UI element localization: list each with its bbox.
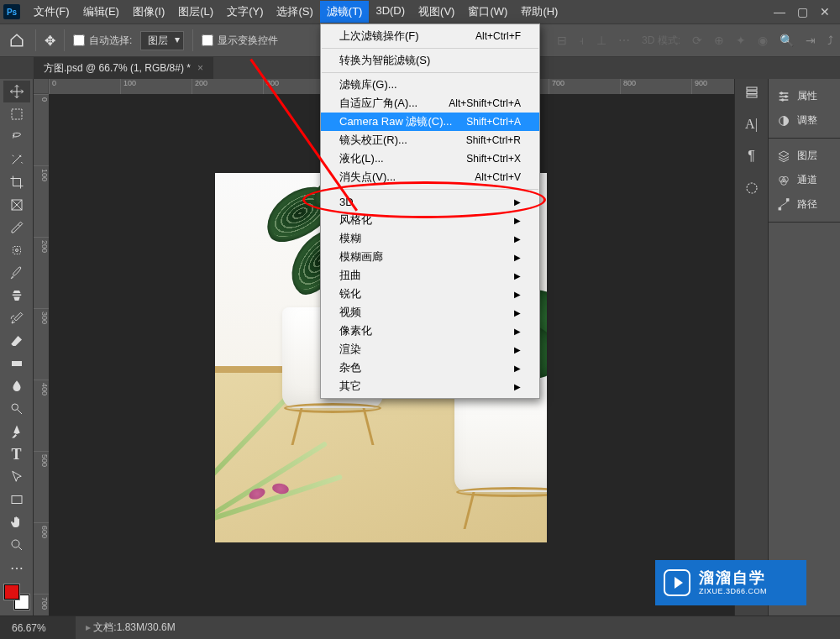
edit-toolbar[interactable]: ⋯ [3, 557, 30, 579]
align-icon[interactable]: ⫞ [579, 34, 585, 47]
window-controls: — ▢ ✕ [774, 5, 837, 18]
frame-tool[interactable] [3, 194, 30, 216]
menu-item-上次滤镜操作(F)[interactable]: 上次滤镜操作(F)Alt+Ctrl+F [321, 27, 539, 45]
menu-item-其它[interactable]: 其它▶ [321, 377, 539, 395]
menu-选择(S)[interactable]: 选择(S) [270, 1, 319, 23]
foreground-swatch[interactable] [4, 584, 19, 600]
search-icon[interactable]: 🔍 [780, 34, 794, 47]
menu-item-3D[interactable]: 3D▶ [321, 192, 539, 211]
auto-select-input[interactable] [73, 34, 85, 46]
document-info[interactable]: 文档:1.83M/30.6M [76, 621, 176, 635]
paragraph-panel-icon[interactable]: ¶ [743, 148, 760, 165]
share-icon[interactable]: ⤴ [827, 34, 833, 47]
menu-item-模糊画廊[interactable]: 模糊画廊▶ [321, 248, 539, 266]
separator [192, 29, 193, 51]
show-transform-input[interactable] [202, 34, 213, 46]
ruler-mark: 200 [192, 79, 263, 94]
auto-select-checkbox[interactable]: 自动选择: [73, 34, 132, 48]
menu-item-像素化[interactable]: 像素化▶ [321, 322, 539, 340]
menu-文字(Y)[interactable]: 文字(Y) [220, 1, 270, 23]
document-tab[interactable]: 方图.psd @ 66.7% (1, RGB/8#) * × [34, 57, 213, 79]
hand-tool[interactable] [3, 511, 30, 533]
menu-item-镜头校正(R)...[interactable]: 镜头校正(R)...Shift+Ctrl+R [321, 131, 539, 149]
color-swatches[interactable] [4, 584, 29, 610]
dodge-tool[interactable] [3, 398, 30, 420]
maximize-button[interactable]: ▢ [797, 5, 808, 18]
menu-item-视频[interactable]: 视频▶ [321, 303, 539, 322]
submenu-arrow-icon: ▶ [514, 253, 521, 262]
menu-item-风格化[interactable]: 风格化▶ [321, 211, 539, 229]
layer-dropdown[interactable]: 图层 [140, 31, 184, 50]
align-icon[interactable]: ⊟ [557, 34, 567, 47]
type-tool[interactable]: T [3, 443, 30, 465]
zoom-level[interactable]: 66.67% [0, 616, 76, 639]
menu-帮助(H)[interactable]: 帮助(H) [514, 1, 564, 23]
show-transform-checkbox[interactable]: 显示变换控件 [202, 34, 278, 48]
menu-item-label: 杂色 [339, 360, 361, 375]
panel-属性[interactable]: 属性 [769, 84, 840, 108]
menu-item-锐化[interactable]: 锐化▶ [321, 285, 539, 303]
crop-tool[interactable] [3, 171, 30, 193]
menu-编辑(E)[interactable]: 编辑(E) [76, 1, 126, 23]
pen-tool[interactable] [3, 421, 30, 443]
eyedropper-tool[interactable] [3, 217, 30, 238]
history-brush-tool[interactable] [3, 307, 30, 329]
menu-item-label: 像素化 [339, 323, 372, 338]
path-select-tool[interactable] [3, 466, 30, 488]
menu-3D(D)[interactable]: 3D(D) [369, 1, 412, 23]
options-right-icons: ⊟ ⫞ ⊥ ⋯ 3D 模式: ⟳ ⊕ ✦ ◉ 🔍 ⇥ ⤴ [557, 34, 833, 48]
close-tab-icon[interactable]: × [197, 62, 203, 74]
history-panel-icon[interactable] [743, 84, 760, 101]
character-panel-icon[interactable]: A| [743, 116, 760, 133]
panel-通道[interactable]: 通道 [769, 168, 840, 192]
menu-item-渲染[interactable]: 渲染▶ [321, 340, 539, 359]
home-button[interactable] [7, 30, 27, 50]
menu-item-模糊[interactable]: 模糊▶ [321, 229, 539, 248]
more-icon[interactable]: ⋯ [618, 34, 630, 47]
lasso-tool[interactable] [3, 126, 30, 148]
move-tool[interactable] [3, 81, 30, 102]
rectangle-tool[interactable] [3, 489, 30, 511]
move-tool-icon[interactable]: ✥ [45, 33, 55, 49]
menu-item-滤镜库(G)...[interactable]: 滤镜库(G)... [321, 76, 539, 94]
clone-stamp-tool[interactable] [3, 285, 30, 306]
align-icon[interactable]: ⊥ [596, 34, 606, 47]
swatches-panel-icon[interactable] [743, 180, 760, 196]
gradient-tool[interactable] [3, 353, 30, 374]
marquee-tool[interactable] [3, 103, 30, 125]
healing-tool[interactable] [3, 239, 30, 261]
menu-item-Camera Raw 滤镜(C)...[interactable]: Camera Raw 滤镜(C)...Shift+Ctrl+A [321, 113, 539, 131]
close-button[interactable]: ✕ [820, 5, 830, 18]
panel-label: 图层 [797, 149, 817, 163]
menu-item-扭曲[interactable]: 扭曲▶ [321, 266, 539, 285]
menu-图层(L)[interactable]: 图层(L) [171, 1, 220, 23]
magic-wand-tool[interactable] [3, 149, 30, 170]
menu-item-杂色[interactable]: 杂色▶ [321, 359, 539, 377]
zoom-tool[interactable] [3, 534, 30, 556]
menu-item-label: 滤镜库(G)... [339, 77, 397, 92]
camera-icon[interactable]: ◉ [758, 34, 768, 47]
menu-滤镜(T)[interactable]: 滤镜(T) [320, 1, 370, 23]
panel-label: 通道 [797, 173, 817, 187]
brush-tool[interactable] [3, 262, 30, 284]
menu-文件(F)[interactable]: 文件(F) [27, 1, 76, 23]
blur-tool[interactable] [3, 375, 30, 397]
menu-item-消失点(V)...[interactable]: 消失点(V)...Alt+Ctrl+V [321, 168, 539, 186]
menu-窗口(W)[interactable]: 窗口(W) [461, 1, 514, 23]
menu-视图(V)[interactable]: 视图(V) [412, 1, 461, 23]
panel-调整[interactable]: 调整 [769, 108, 840, 133]
pan-icon[interactable]: ⊕ [714, 34, 724, 47]
menu-item-液化(L)...[interactable]: 液化(L)...Shift+Ctrl+X [321, 149, 539, 168]
light-icon[interactable]: ✦ [736, 34, 746, 47]
menu-item-shortcut: Alt+Ctrl+F [475, 30, 521, 42]
menu-item-转换为智能滤镜(S)[interactable]: 转换为智能滤镜(S) [321, 51, 539, 70]
minimize-button[interactable]: — [774, 5, 785, 18]
watermark: 溜溜自学 ZIXUE.3D66.COM [655, 560, 806, 605]
menu-item-自适应广角(A)...[interactable]: 自适应广角(A)...Alt+Shift+Ctrl+A [321, 94, 539, 113]
collapse-panels-icon[interactable]: ⇥ [806, 34, 816, 47]
eraser-tool[interactable] [3, 330, 30, 352]
panel-图层[interactable]: 图层 [769, 144, 840, 168]
menu-图像(I)[interactable]: 图像(I) [126, 1, 171, 23]
orbit-icon[interactable]: ⟳ [692, 34, 702, 47]
panel-路径[interactable]: 路径 [769, 192, 840, 217]
